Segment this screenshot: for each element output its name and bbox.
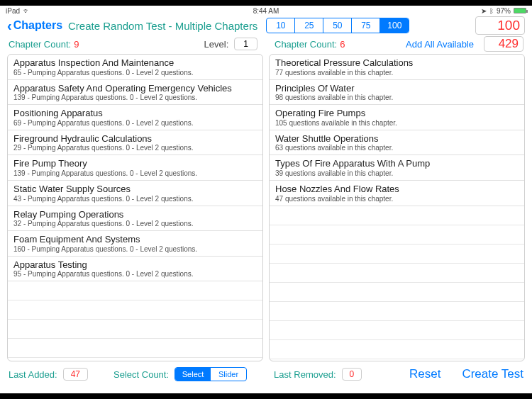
empty-row <box>270 359 524 361</box>
list-item[interactable]: Water Shuttle Operations63 questions ava… <box>270 130 524 156</box>
status-time: 8:44 AM <box>253 7 279 15</box>
empty-row <box>270 245 524 264</box>
mode-seg-select[interactable]: Select <box>175 368 211 381</box>
empty-row <box>270 302 524 321</box>
right-chapter-list[interactable]: Theoretical Pressure Calculations77 ques… <box>269 54 525 361</box>
list-item[interactable]: Apparatus Testing95 - Pumping Apparatus … <box>8 257 262 282</box>
list-item[interactable]: Operating Fire Pumps105 questions availa… <box>270 105 524 130</box>
item-title: Types Of Fire Apparatus With A Pump <box>275 158 519 169</box>
wifi-icon: ᯤ <box>23 6 31 15</box>
battery-percent: 97% <box>497 7 511 15</box>
left-subheader: Chapter Count: 9 Level: 1 <box>0 35 266 52</box>
last-added-value: 47 <box>63 368 88 381</box>
list-item[interactable]: Theoretical Pressure Calculations77 ques… <box>270 55 524 80</box>
count-seg-100[interactable]: 100 <box>380 18 409 33</box>
select-count-label: Select Count: <box>113 369 169 380</box>
selected-count-field[interactable]: 100 <box>475 16 525 35</box>
list-item[interactable]: Types Of Fire Apparatus With A Pump39 qu… <box>270 155 524 181</box>
item-title: Fire Pump Theory <box>13 158 257 169</box>
item-subtitle: 139 - Pumping Apparatus questions. 0 - L… <box>13 169 257 178</box>
empty-row <box>270 264 524 283</box>
mode-seg-slider[interactable]: Slider <box>211 368 246 381</box>
item-subtitle: 32 - Pumping Apparatus questions. 0 - Le… <box>13 220 257 228</box>
item-title: Positioning Apparatus <box>13 108 257 119</box>
reset-button[interactable]: Reset <box>409 367 440 381</box>
list-item[interactable]: Foam Equipment And Systems160 - Pumping … <box>8 231 262 257</box>
item-subtitle: 65 - Pumping Apparatus questions. 0 - Le… <box>13 69 257 77</box>
item-subtitle: 69 - Pumping Apparatus questions. 0 - Le… <box>13 119 257 128</box>
nav-bar: ‹ Chapters Create Random Test - Multiple… <box>0 16 532 35</box>
item-title: Water Shuttle Operations <box>275 133 519 145</box>
item-title: Principles Of Water <box>275 83 519 94</box>
item-subtitle: 160 - Pumping Apparatus questions. 0 - L… <box>13 245 257 254</box>
item-title: Static Water Supply Sources <box>13 184 257 195</box>
device-frame-top <box>0 0 532 6</box>
chevron-left-icon: ‹ <box>7 18 12 33</box>
item-title: Hose Nozzles And Flow Rates <box>275 184 519 195</box>
count-seg-25[interactable]: 25 <box>295 18 323 33</box>
empty-row <box>8 358 262 361</box>
device-label: iPad <box>6 7 20 15</box>
right-subheader: Chapter Count: 6 Add All Available 429 <box>266 35 532 52</box>
list-item[interactable]: Hose Nozzles And Flow Rates47 questions … <box>270 181 524 206</box>
create-test-button[interactable]: Create Test <box>462 367 523 381</box>
item-title: Operating Fire Pumps <box>275 108 519 119</box>
list-item[interactable]: Principles Of Water98 questions availabl… <box>270 80 524 106</box>
left-count-value: 9 <box>74 39 79 50</box>
item-subtitle: 29 - Pumping Apparatus questions. 0 - Le… <box>13 144 257 152</box>
empty-row <box>8 281 262 300</box>
footer: Last Added: 47 Select Count: SelectSlide… <box>0 363 532 386</box>
list-item[interactable]: Apparatus Safety And Operating Emergency… <box>8 80 262 106</box>
list-item[interactable]: Apparatus Inspection And Maintenance65 -… <box>8 55 262 80</box>
last-added-label: Last Added: <box>9 369 57 380</box>
empty-row <box>8 339 262 358</box>
location-icon: ➤ <box>481 7 487 15</box>
empty-row <box>270 321 524 340</box>
empty-row <box>270 283 524 302</box>
list-item[interactable]: Positioning Apparatus69 - Pumping Appara… <box>8 105 262 130</box>
available-total-field[interactable]: 429 <box>484 36 523 52</box>
item-title: Apparatus Testing <box>13 259 257 271</box>
item-title: Fireground Hydraulic Calculations <box>13 133 257 145</box>
last-removed-label: Last Removed: <box>274 369 336 380</box>
item-subtitle: 139 - Pumping Apparatus questions. 0 - L… <box>13 94 257 102</box>
back-button[interactable]: ‹ Chapters <box>7 18 62 33</box>
level-label: Level: <box>204 39 229 50</box>
count-seg-50[interactable]: 50 <box>323 18 352 33</box>
item-subtitle: 105 questions available in this chapter. <box>275 119 519 128</box>
list-item[interactable]: Fire Pump Theory139 - Pumping Apparatus … <box>8 155 262 181</box>
list-item[interactable]: Static Water Supply Sources43 - Pumping … <box>8 181 262 206</box>
add-all-button[interactable]: Add All Available <box>406 39 474 50</box>
item-title: Theoretical Pressure Calculations <box>275 57 519 69</box>
item-title: Apparatus Safety And Operating Emergency… <box>13 83 257 94</box>
status-bar: iPad ᯤ 8:44 AM ➤ ᛒ 97% <box>0 6 532 16</box>
empty-row <box>270 225 524 245</box>
last-removed-value: 0 <box>342 368 362 381</box>
item-subtitle: 43 - Pumping Apparatus questions. 0 - Le… <box>13 195 257 203</box>
item-subtitle: 47 questions available in this chapter. <box>275 195 519 203</box>
count-seg-75[interactable]: 75 <box>352 18 380 33</box>
level-field[interactable]: 1 <box>234 38 257 50</box>
empty-row <box>8 320 262 339</box>
right-count-label: Chapter Count: <box>275 39 337 50</box>
right-count-value: 6 <box>340 39 345 50</box>
left-chapter-list[interactable]: Apparatus Inspection And Maintenance65 -… <box>7 54 263 361</box>
item-title: Apparatus Inspection And Maintenance <box>13 57 257 69</box>
battery-icon <box>514 8 526 13</box>
item-subtitle: 63 questions available in this chapter. <box>275 144 519 152</box>
item-subtitle: 95 - Pumping Apparatus questions. 0 - Le… <box>13 270 257 279</box>
device-frame-bottom <box>0 393 532 399</box>
select-mode-segmented[interactable]: SelectSlider <box>174 367 247 381</box>
back-label: Chapters <box>13 19 62 32</box>
empty-row <box>270 340 524 359</box>
item-subtitle: 77 questions available in this chapter. <box>275 69 519 77</box>
count-seg-10[interactable]: 10 <box>267 18 295 33</box>
count-segmented[interactable]: 10255075100 <box>266 18 409 33</box>
item-subtitle: 98 questions available in this chapter. <box>275 94 519 102</box>
empty-row <box>8 300 262 320</box>
bluetooth-icon: ᛒ <box>489 7 494 15</box>
item-title: Foam Equipment And Systems <box>13 234 257 245</box>
item-subtitle: 39 questions available in this chapter. <box>275 169 519 178</box>
list-item[interactable]: Relay Pumping Operations32 - Pumping App… <box>8 206 262 232</box>
list-item[interactable]: Fireground Hydraulic Calculations29 - Pu… <box>8 130 262 156</box>
